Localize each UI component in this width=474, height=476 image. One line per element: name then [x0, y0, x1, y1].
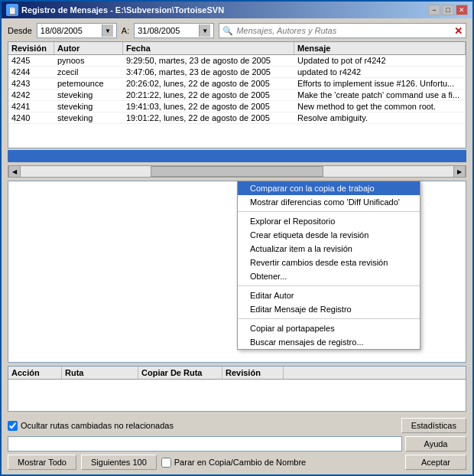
separator-2	[238, 285, 420, 286]
checkbox-group: Ocultar rutas cambiadas no relacionadas	[8, 421, 174, 431]
cell-revision: 4244	[8, 67, 54, 77]
title-bar-controls: − □ ✕	[428, 5, 468, 15]
a-date-combo[interactable]: 31/08/2005 ▼	[134, 23, 214, 38]
siguientes-button[interactable]: Siguientes 100	[81, 455, 157, 470]
date-filter-row: Desde 18/08/2005 ▼ A: 31/08/2005 ▼ 🔍 ✕	[8, 23, 466, 38]
cell-message: updated to r4242	[294, 67, 466, 77]
col-revision: Revisión	[8, 42, 54, 54]
footer-buttons-row: Mostrar Todo Siguientes 100 Parar en Cop…	[8, 455, 466, 470]
parar-checkbox-group: Parar en Copia/Cambio de Nombre	[161, 458, 306, 468]
content-area: Desde 18/08/2005 ▼ A: 31/08/2005 ▼ 🔍 ✕ R…	[2, 18, 472, 474]
table-row[interactable]: 4241 steveking 19:41:03, lunes, 22 de ag…	[8, 101, 466, 112]
desde-combo-arrow[interactable]: ▼	[102, 24, 113, 37]
context-menu-item-explore[interactable]: Explorar el Repositorio	[238, 214, 420, 228]
col-fecha: Fecha	[123, 42, 294, 54]
cell-message: Updated to pot of r4242	[294, 55, 466, 66]
cell-date: 19:41:03, lunes, 22 de agosto de 2005	[123, 101, 294, 112]
context-menu-item-update[interactable]: Actualizar item a la revisión	[238, 242, 420, 256]
scroll-right-arrow[interactable]: ▶	[453, 165, 466, 178]
table-footer	[8, 150, 466, 162]
a-combo-arrow[interactable]: ▼	[199, 24, 210, 37]
context-menu-item-copy[interactable]: Copiar al portapapeles	[238, 321, 420, 335]
col-autor: Autor	[54, 42, 123, 54]
close-button[interactable]: ✕	[456, 5, 468, 15]
title-bar-left: 📋 Registro de Mensajes - E:\Subversion\T…	[6, 4, 224, 16]
maximize-button[interactable]: □	[442, 5, 454, 15]
estadisticas-button[interactable]: Estadísticas	[401, 418, 466, 433]
parar-checkbox[interactable]	[161, 458, 171, 468]
middle-area: Comparar con la copia de trabajo Mostrar…	[8, 181, 466, 363]
scroll-track[interactable]	[21, 166, 453, 177]
footer-area: Ocultar rutas cambiadas no relacionadas …	[8, 415, 466, 470]
cell-author: pynoos	[54, 55, 123, 66]
selected-row-bar	[8, 150, 466, 162]
aceptar-button[interactable]: Aceptar	[405, 455, 466, 470]
cell-date: 19:01:22, lunes, 22 de agosto de 2005	[123, 112, 294, 123]
table-row[interactable]: 4244 zcecil 3:47:06, martes, 23 de agost…	[8, 67, 466, 78]
cell-author: steveking	[54, 90, 123, 100]
hide-unrelated-label: Ocultar rutas cambiadas no relacionadas	[21, 421, 174, 430]
cell-revision: 4241	[8, 101, 54, 112]
scroll-left-arrow[interactable]: ◀	[8, 165, 21, 178]
context-menu-item-edit-author[interactable]: Editar Autor	[238, 289, 420, 302]
cell-revision: 4245	[8, 55, 54, 66]
separator-1	[238, 211, 420, 212]
context-menu: Comparar con la copia de trabajo Mostrar…	[237, 181, 420, 350]
mostrar-todo-button[interactable]: Mostrar Todo	[8, 455, 76, 470]
context-menu-item-revert[interactable]: Revertir cambios desde esta revisión	[238, 256, 420, 269]
cell-date: 20:26:02, lunes, 22 de agosto de 2005	[123, 78, 294, 89]
table-row[interactable]: 4242 steveking 20:21:22, lunes, 22 de ag…	[8, 90, 466, 101]
search-clear-icon[interactable]: ✕	[454, 25, 463, 37]
col-mensaje: Mensaje	[294, 42, 466, 54]
cell-message: Efforts to implement issue #126. Unfortu…	[294, 78, 466, 89]
desde-date-value: 18/08/2005	[41, 26, 83, 35]
search-box[interactable]: 🔍 ✕	[219, 23, 466, 38]
title-bar: 📋 Registro de Mensajes - E:\Subversion\T…	[2, 2, 472, 18]
context-menu-item-diff[interactable]: Mostrar diferencias como 'Diff Unificado…	[238, 195, 420, 209]
table-scroll[interactable]: 4245 pynoos 9:29:50, martes, 23 de agost…	[8, 55, 466, 145]
minimize-button[interactable]: −	[428, 5, 440, 15]
parar-label: Parar en Copia/Cambio de Nombre	[174, 458, 306, 467]
a-date-value: 31/08/2005	[138, 26, 180, 35]
table-row[interactable]: 4245 pynoos 9:29:50, martes, 23 de agost…	[8, 55, 466, 67]
table-row[interactable]: 4240 steveking 19:01:22, lunes, 22 de ag…	[8, 112, 466, 124]
horizontal-scrollbar[interactable]: ◀ ▶	[8, 165, 466, 178]
table-header: Revisión Autor Fecha Mensaje	[8, 42, 466, 55]
revisions-table: Revisión Autor Fecha Mensaje 4245 pynoos…	[8, 41, 466, 148]
bottom-table-header: Acción Ruta Copiar De Ruta Revisión	[8, 367, 466, 380]
app-icon: 📋	[6, 4, 18, 16]
desde-label: Desde	[8, 26, 32, 35]
cell-revision: 4243	[8, 78, 54, 89]
hide-unrelated-checkbox[interactable]	[8, 421, 18, 431]
cell-author: petemounce	[54, 78, 123, 89]
bottom-table: Acción Ruta Copiar De Ruta Revisión	[8, 366, 466, 412]
a-label: A:	[122, 26, 129, 35]
separator-3	[238, 318, 420, 319]
cell-message: Make the 'create patch' command use a fi…	[294, 90, 466, 100]
cell-author: zcecil	[54, 67, 123, 77]
cell-author: steveking	[54, 112, 123, 123]
cell-date: 9:29:50, martes, 23 de agosto de 2005	[123, 55, 294, 66]
context-menu-item-get[interactable]: Obtener...	[238, 269, 420, 283]
ayuda-button[interactable]: Ayuda	[405, 436, 466, 452]
search-icon: 🔍	[222, 26, 233, 36]
desde-date-combo[interactable]: 18/08/2005 ▼	[37, 23, 117, 38]
col-revision-bottom: Revisión	[222, 367, 284, 379]
cell-date: 20:21:22, lunes, 22 de agosto de 2005	[123, 90, 294, 100]
cell-date: 3:47:06, martes, 23 de agosto de 2005	[123, 67, 294, 77]
main-window: 📋 Registro de Mensajes - E:\Subversion\T…	[0, 0, 474, 476]
scroll-thumb[interactable]	[151, 166, 323, 177]
cell-revision: 4240	[8, 112, 54, 123]
search-input[interactable]	[236, 26, 451, 35]
table-row[interactable]: 4243 petemounce 20:26:02, lunes, 22 de a…	[8, 78, 466, 90]
cell-message: Resolve ambiguity.	[294, 112, 466, 123]
footer-progress-row: Ayuda	[8, 436, 466, 452]
context-menu-item-tag[interactable]: Crear etiqueta desde la revisión	[238, 228, 420, 242]
context-menu-item-compare[interactable]: Comparar con la copia de trabajo	[238, 181, 420, 195]
cell-author: steveking	[54, 101, 123, 112]
progress-bar	[8, 436, 402, 452]
footer-top-row: Ocultar rutas cambiadas no relacionadas …	[8, 418, 466, 433]
cell-revision: 4242	[8, 90, 54, 100]
context-menu-item-edit-message[interactable]: Editar Mensaje de Registro	[238, 302, 420, 316]
context-menu-item-search[interactable]: Buscar mensajes de registro...	[238, 335, 420, 349]
